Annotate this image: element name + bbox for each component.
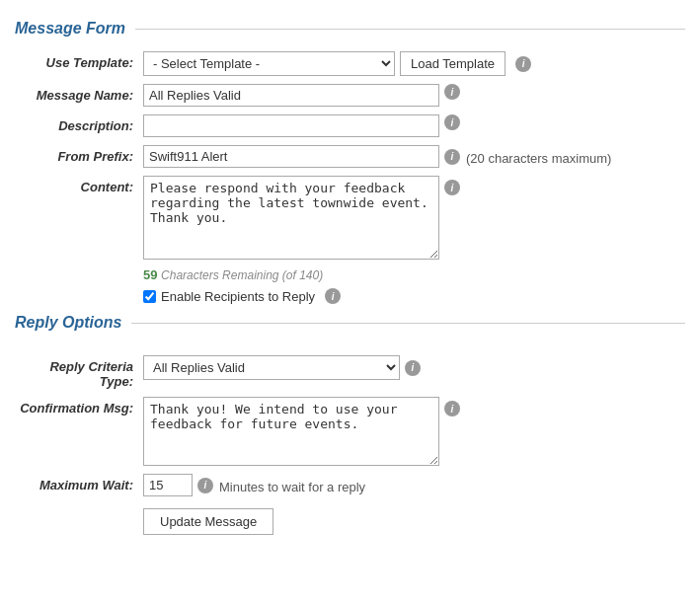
maximum-wait-note: Minutes to wait for a reply bbox=[219, 476, 365, 494]
description-controls: i bbox=[143, 114, 685, 137]
maximum-wait-controls: i Minutes to wait for a reply bbox=[143, 474, 685, 496]
description-label: Description: bbox=[15, 114, 143, 133]
confirmation-msg-label: Confirmation Msg: bbox=[15, 397, 143, 416]
confirmation-msg-info-icon: i bbox=[444, 401, 460, 416]
maximum-wait-input[interactable] bbox=[143, 474, 193, 496]
reply-criteria-label: Reply Criteria Type: bbox=[15, 355, 143, 389]
message-name-input[interactable] bbox=[143, 84, 439, 107]
chars-label: Characters Remaining (of 140) bbox=[161, 268, 323, 282]
message-name-info-icon: i bbox=[444, 84, 460, 100]
message-name-controls: i bbox=[143, 84, 685, 107]
chars-count: 59 bbox=[143, 267, 157, 282]
update-button-row: Update Message bbox=[143, 508, 685, 535]
content-controls: Please respond with your feedback regard… bbox=[143, 176, 685, 260]
from-prefix-note: (20 characters maximum) bbox=[466, 147, 611, 166]
enable-reply-label: Enable Recipients to Reply bbox=[161, 289, 315, 304]
use-template-group: Use Template: - Select Template - Load T… bbox=[15, 51, 685, 76]
description-info-icon: i bbox=[444, 114, 460, 130]
enable-recipients-row: Enable Recipients to Reply i bbox=[143, 288, 685, 304]
content-textarea[interactable]: Please respond with your feedback regard… bbox=[143, 176, 439, 260]
content-label: Content: bbox=[15, 176, 143, 194]
maximum-wait-group: Maximum Wait: i Minutes to wait for a re… bbox=[15, 474, 685, 496]
reply-options-section-header: Reply Options bbox=[15, 314, 685, 332]
use-template-info-icon: i bbox=[515, 56, 531, 72]
reply-criteria-info-icon: i bbox=[405, 360, 421, 376]
reply-criteria-group: Reply Criteria Type: All Replies Valid S… bbox=[15, 355, 685, 389]
section-divider bbox=[135, 29, 685, 30]
update-message-button[interactable]: Update Message bbox=[143, 508, 273, 535]
enable-reply-checkbox[interactable] bbox=[143, 290, 156, 303]
message-form-section-header: Message Form bbox=[15, 20, 685, 38]
maximum-wait-info-icon: i bbox=[197, 478, 213, 493]
reply-criteria-select[interactable]: All Replies Valid Specific Replies Only bbox=[143, 355, 400, 380]
load-template-button[interactable]: Load Template bbox=[400, 51, 506, 76]
maximum-wait-label: Maximum Wait: bbox=[15, 474, 143, 492]
enable-reply-info-icon: i bbox=[325, 288, 341, 304]
confirmation-msg-textarea[interactable]: Thank you! We intend to use your feedbac… bbox=[143, 397, 439, 466]
from-prefix-group: From Prefix: i (20 characters maximum) bbox=[15, 145, 685, 168]
use-template-label: Use Template: bbox=[15, 51, 143, 70]
content-group: Content: Please respond with your feedba… bbox=[15, 176, 685, 260]
template-select[interactable]: - Select Template - bbox=[143, 51, 395, 76]
from-prefix-controls: i (20 characters maximum) bbox=[143, 145, 685, 168]
content-info-icon: i bbox=[444, 180, 460, 195]
reply-options-section: Reply Options Reply Criteria Type: All R… bbox=[15, 314, 685, 535]
reply-options-title: Reply Options bbox=[15, 314, 121, 332]
description-group: Description: i bbox=[15, 114, 685, 137]
from-prefix-label: From Prefix: bbox=[15, 145, 143, 164]
message-form-title: Message Form bbox=[15, 20, 125, 38]
reply-criteria-controls: All Replies Valid Specific Replies Only … bbox=[143, 355, 685, 380]
confirmation-msg-controls: Thank you! We intend to use your feedbac… bbox=[143, 397, 685, 466]
message-name-label: Message Name: bbox=[15, 84, 143, 103]
description-input[interactable] bbox=[143, 114, 439, 137]
chars-remaining-row: 59 Characters Remaining (of 140) bbox=[143, 267, 685, 282]
reply-section-divider bbox=[131, 323, 685, 324]
use-template-controls: - Select Template - Load Template i bbox=[143, 51, 685, 76]
message-name-group: Message Name: i bbox=[15, 84, 685, 107]
from-prefix-info-icon: i bbox=[444, 149, 460, 165]
confirmation-msg-group: Confirmation Msg: Thank you! We intend t… bbox=[15, 397, 685, 466]
from-prefix-input[interactable] bbox=[143, 145, 439, 168]
